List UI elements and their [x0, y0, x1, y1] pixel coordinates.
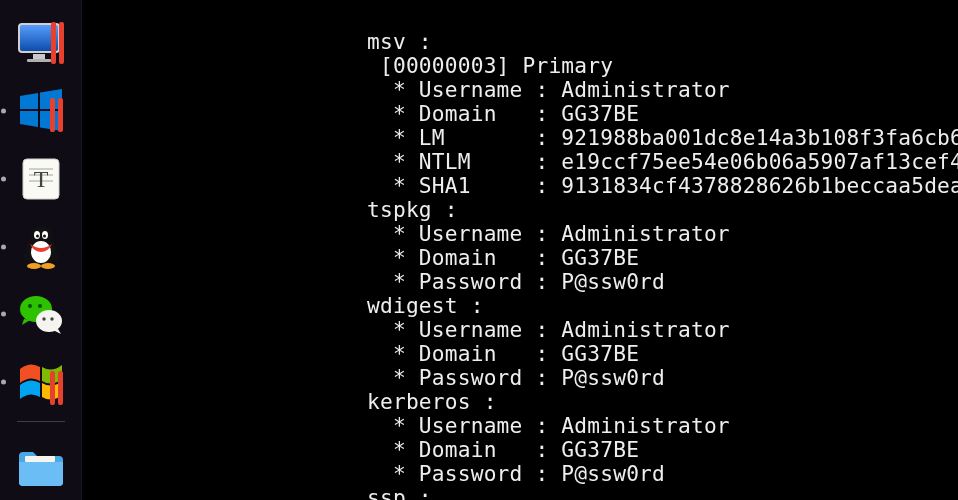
svg-rect-1: [33, 54, 45, 59]
svg-rect-6: [58, 98, 63, 132]
svg-point-26: [50, 317, 53, 320]
kerberos-password: * Password : P@ssw0rd: [82, 461, 665, 486]
running-indicator: [1, 109, 6, 114]
wdigest-domain: * Domain : GG37BE: [82, 341, 639, 366]
terminal-output: msv : [00000003] Primary * Username : Ad…: [82, 30, 958, 500]
msv-header-partial: msv :: [82, 29, 432, 54]
tspkg-domain: * Domain : GG37BE: [82, 245, 639, 270]
svg-point-20: [41, 263, 55, 269]
msv-id-line: [00000003] Primary: [82, 53, 613, 78]
svg-point-23: [38, 304, 42, 308]
ssp-header: ssp :: [82, 485, 432, 500]
wechat-icon[interactable]: [13, 286, 69, 342]
qq-icon[interactable]: [13, 219, 69, 275]
msv-ntlm: * NTLM : e19ccf75ee54e06b06a5907af13cef4…: [82, 149, 958, 174]
wdigest-header: wdigest :: [82, 293, 484, 318]
running-indicator: [1, 312, 6, 317]
parallels-desktop-icon[interactable]: [13, 16, 69, 72]
tspkg-password: * Password : P@ssw0rd: [82, 269, 665, 294]
dock: T: [0, 0, 82, 500]
svg-point-22: [28, 304, 32, 308]
svg-rect-2: [27, 59, 51, 62]
textedit-icon[interactable]: T: [13, 151, 69, 207]
svg-rect-29: [25, 456, 55, 462]
msv-lm: * LM : 921988ba001dc8e14a3b108f3fa6cb6d: [82, 125, 958, 150]
running-indicator: [1, 379, 6, 384]
svg-point-19: [27, 263, 41, 269]
msv-sha1: * SHA1 : 9131834cf4378828626b1beccaa5dea…: [82, 173, 958, 198]
dock-separator: [17, 421, 65, 422]
svg-rect-3: [51, 22, 56, 64]
tspkg-username: * Username : Administrator: [82, 221, 730, 246]
running-indicator: [1, 176, 6, 181]
svg-point-17: [43, 234, 46, 237]
svg-text:T: T: [33, 166, 48, 192]
windows-app-icon[interactable]: [13, 354, 69, 410]
running-indicator: [1, 244, 6, 249]
wdigest-password: * Password : P@ssw0rd: [82, 365, 665, 390]
svg-rect-5: [50, 98, 55, 132]
svg-rect-28: [58, 371, 63, 405]
svg-rect-27: [50, 371, 55, 405]
tspkg-header: tspkg :: [82, 197, 458, 222]
svg-point-16: [36, 234, 39, 237]
svg-point-25: [42, 317, 45, 320]
windows-vm-icon[interactable]: [13, 84, 69, 140]
kerberos-domain: * Domain : GG37BE: [82, 437, 639, 462]
kerberos-username: * Username : Administrator: [82, 413, 730, 438]
svg-rect-4: [59, 22, 64, 64]
svg-point-24: [36, 310, 62, 332]
wdigest-username: * Username : Administrator: [82, 317, 730, 342]
kerberos-header: kerberos :: [82, 389, 497, 414]
finder-folder-icon[interactable]: [13, 438, 69, 494]
msv-domain: * Domain : GG37BE: [82, 101, 639, 126]
terminal-window[interactable]: msv : [00000003] Primary * Username : Ad…: [82, 0, 958, 500]
msv-username: * Username : Administrator: [82, 77, 730, 102]
